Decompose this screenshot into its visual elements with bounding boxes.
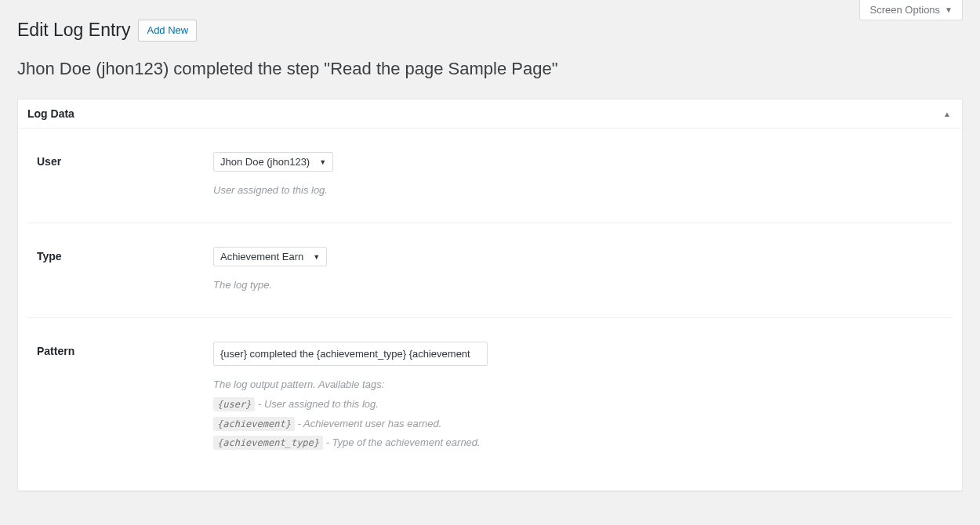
chevron-down-icon: ▼ <box>945 5 953 14</box>
tag-achievement: {achievement} <box>213 417 295 431</box>
log-subtitle: Jhon Doe (jhon123) completed the step "R… <box>17 58 963 81</box>
pattern-row: Pattern The log output pattern. Availabl… <box>27 318 953 459</box>
tag-achievement-desc: - Achievement user has earned. <box>295 418 441 429</box>
pattern-label: Pattern <box>37 342 213 451</box>
type-label: Type <box>37 247 213 294</box>
type-select-value: Achievement Earn <box>220 251 303 262</box>
type-select[interactable]: Achievement Earn ▼ <box>213 247 327 266</box>
chevron-down-icon: ▼ <box>319 158 326 166</box>
pattern-description-intro: The log output pattern. Available tags: <box>213 377 943 393</box>
tag-user: {user} <box>213 397 255 411</box>
pattern-input[interactable] <box>213 342 488 366</box>
user-select-value: Jhon Doe (jhon123) <box>220 156 310 168</box>
tag-user-desc: - User assigned to this log. <box>255 398 379 410</box>
user-row: User Jhon Doe (jhon123) ▼ User assigned … <box>27 129 953 223</box>
pattern-tag-line: {achievement_type} - Type of the achieve… <box>213 435 943 451</box>
tag-achievement-type-desc: - Type of the achievement earned. <box>323 436 481 448</box>
user-label: User <box>37 152 213 199</box>
postbox-header: Log Data ▲ <box>18 100 962 129</box>
page-title: Edit Log Entry <box>17 19 130 42</box>
type-description: The log type. <box>213 277 943 294</box>
log-data-postbox: Log Data ▲ User Jhon Doe (jhon123) ▼ Use… <box>17 99 963 491</box>
postbox-title: Log Data <box>27 107 74 120</box>
user-select[interactable]: Jhon Doe (jhon123) ▼ <box>213 152 333 172</box>
screen-options-button[interactable]: Screen Options ▼ <box>859 0 963 20</box>
pattern-description: The log output pattern. Available tags: … <box>213 377 943 451</box>
tag-achievement-type: {achievement_type} <box>213 436 323 450</box>
pattern-tag-line: {achievement} - Achievement user has ear… <box>213 416 943 433</box>
collapse-toggle-icon[interactable]: ▲ <box>942 108 953 120</box>
type-row: Type Achievement Earn ▼ The log type. <box>27 223 953 318</box>
user-description: User assigned to this log. <box>213 183 943 199</box>
add-new-button[interactable]: Add New <box>138 20 197 42</box>
chevron-down-icon: ▼ <box>313 253 320 261</box>
screen-options-label: Screen Options <box>869 4 940 16</box>
pattern-tag-line: {user} - User assigned to this log. <box>213 396 943 413</box>
